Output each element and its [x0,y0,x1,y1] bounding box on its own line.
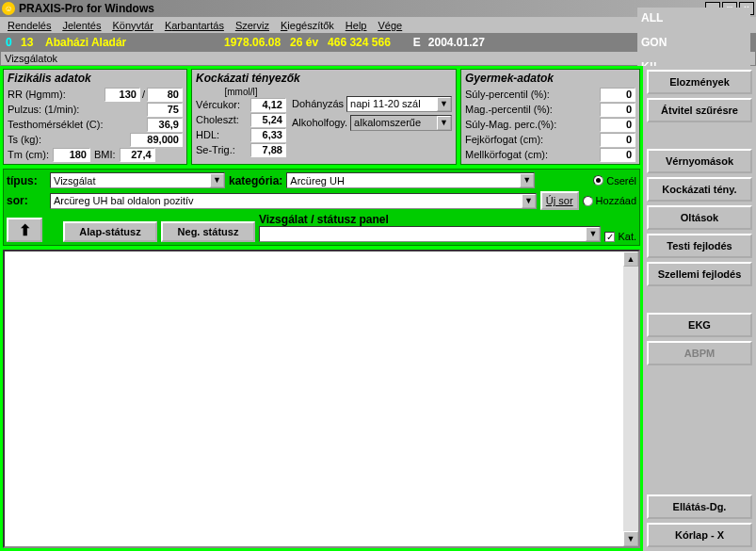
trig-label: Se-Trig.: [196,144,250,155]
info-age: 26 év [290,36,318,49]
child-header: Gyermek-adatok [465,72,635,85]
physical-header: Fizikális adatok [8,72,183,85]
vcuk-field[interactable]: 4,12 [250,98,286,112]
szellemi-button[interactable]: Szellemi fejlodés [647,262,752,286]
sp-field[interactable]: 0 [600,88,635,102]
info-name: Abaházi Aladár [45,36,224,49]
chevron-down-icon: ▼ [210,173,224,187]
oltasok-button[interactable]: Oltások [647,205,752,230]
rr2-field[interactable]: 80 [147,88,183,102]
korlap-button[interactable]: Kórlap - X [647,523,752,547]
exam-textarea[interactable]: ▲ ▼ [3,250,640,548]
kategoria-label: kategória: [229,174,282,187]
mk-label: Mellkörfogat (cm): [465,149,600,160]
chevron-down-icon: ▼ [586,227,600,241]
menu-help[interactable]: Help [342,20,371,31]
sp-label: Súly-percentil (%): [465,89,600,100]
atvitel-button[interactable]: Átvitel szűrésre [647,98,752,122]
child-data-group: Gyermek-adatok Súly-percentil (%):0 Mag.… [460,69,640,165]
tipus-label: típus: [7,174,46,187]
info-e: E [413,36,421,49]
bmi-label: BMI: [94,149,116,160]
ellatas-button[interactable]: Ellátás-Dg. [647,494,752,519]
alap-statusz-button[interactable]: Alap-státusz [63,221,157,242]
menu-vege[interactable]: Vége [375,20,407,31]
up-arrow-button[interactable]: ⬆ [7,218,42,242]
physical-data-group: Fizikális adatok RR (Hgmm):130/80 Pulzus… [3,69,187,165]
mp-label: Mag.-percentil (%): [465,104,600,115]
abpm-button[interactable]: ABPM [647,341,752,365]
pulse-field[interactable]: 75 [147,103,183,117]
info-gon: GON [641,36,747,49]
panel-label: Vizsgálat / státusz panel [259,213,601,226]
chol-field[interactable]: 5,24 [250,113,286,127]
chevron-down-icon: ▼ [437,97,451,111]
kat-checkbox[interactable]: Kat. [604,231,636,242]
ujsor-button[interactable]: Új sor [540,191,579,210]
hozzaad-radio[interactable]: Hozzáad [583,195,636,206]
cserel-radio[interactable]: Cserél [593,175,636,186]
sor-combo[interactable]: Arcüreg UH bal oldalon pozitív▼ [50,193,537,209]
mk-field[interactable]: 0 [600,148,635,162]
trig-field[interactable]: 7,88 [250,143,286,157]
chevron-down-icon: ▼ [520,173,534,187]
alc-label: Alkoholfogy. [292,117,347,128]
sor-label: sor: [7,194,46,207]
hdl-label: HDL: [196,129,250,140]
rr1-field[interactable]: 130 [105,88,140,102]
smp-field[interactable]: 0 [600,118,635,132]
menu-szerviz[interactable]: Szerviz [232,20,273,31]
risk-factors-group: Kockázati tényezők [mmol/l] Vércukor:4,1… [191,69,457,165]
alc-combo[interactable]: alkalomszerűe▼ [350,115,452,131]
info-date: 2004.01.27 [428,36,485,49]
kockazati-button[interactable]: Kockázati tény. [647,177,752,202]
info-id1: 13 [21,36,45,49]
vernyomasok-button[interactable]: Vérnyomások [647,149,752,173]
tipus-combo[interactable]: Vizsgálat▼ [50,172,225,188]
fk-field[interactable]: 0 [600,133,635,147]
ts-field[interactable]: 89,000 [130,133,183,147]
pulse-label: Pulzus: (1/min): [8,104,147,115]
chevron-down-icon: ▼ [437,116,451,130]
app-icon: ☺ [2,2,15,15]
rr-label: RR (Hgmm): [8,89,105,100]
exam-controls: típus: Vizsgálat▼ kategória: Arcüreg UH▼… [3,169,640,246]
neg-statusz-button[interactable]: Neg. státusz [161,221,255,242]
unit-label: [mmol/l] [196,87,286,97]
smoke-label: Dohányzás [292,98,344,109]
menu-rendeles[interactable]: Rendelés [4,20,56,31]
ts-label: Ts (kg): [8,134,130,145]
tm-field[interactable]: 180 [53,148,90,162]
elozmenyek-button[interactable]: Elozmények [647,70,752,94]
ekg-button[interactable]: EKG [647,313,752,337]
scrollbar[interactable]: ▲ ▼ [623,251,638,546]
info-ssn: 466 324 566 [328,36,391,49]
smoke-combo[interactable]: napi 11-20 szál▼ [346,96,452,112]
menu-kiegeszitok[interactable]: Kiegészítők [277,20,338,31]
testi-button[interactable]: Testi fejlodés [647,234,752,258]
scroll-up-icon[interactable]: ▲ [623,251,638,267]
info-id0: 0 [6,36,21,49]
right-button-panel: Elozmények Átvitel szűrésre Vérnyomások … [643,66,756,551]
menu-konyvtar[interactable]: Könyvtár [108,20,156,31]
chevron-down-icon: ▼ [522,194,536,208]
info-all: ALL [641,11,747,24]
patient-info-bar: 0 13 Abaházi Aladár 1978.06.08 26 év 466… [0,34,756,51]
fk-label: Fejkörfogat (cm): [465,134,600,145]
vcuk-label: Vércukor: [196,99,250,110]
kategoria-combo[interactable]: Arcüreg UH▼ [286,172,535,188]
smp-label: Súly-Mag. perc.(%): [465,119,600,130]
mp-field[interactable]: 0 [600,103,635,117]
info-dob: 1978.06.08 [224,36,281,49]
menu-jelentes[interactable]: Jelentés [59,20,105,31]
tm-label: Tm (cm): [8,149,49,160]
temp-label: Testhomérséklet (C): [8,119,147,130]
hdl-field[interactable]: 6,33 [250,128,286,142]
menu-karbantartas[interactable]: Karbantartás [161,20,228,31]
scroll-down-icon[interactable]: ▼ [623,531,638,546]
temp-field[interactable]: 36,9 [147,118,183,132]
risk-header: Kockázati tényezők [196,72,452,85]
panel-combo[interactable]: ▼ [259,226,601,242]
window-title: PRAXIS-Pro for Windows [19,2,705,15]
bmi-field[interactable]: 27,4 [120,148,155,162]
